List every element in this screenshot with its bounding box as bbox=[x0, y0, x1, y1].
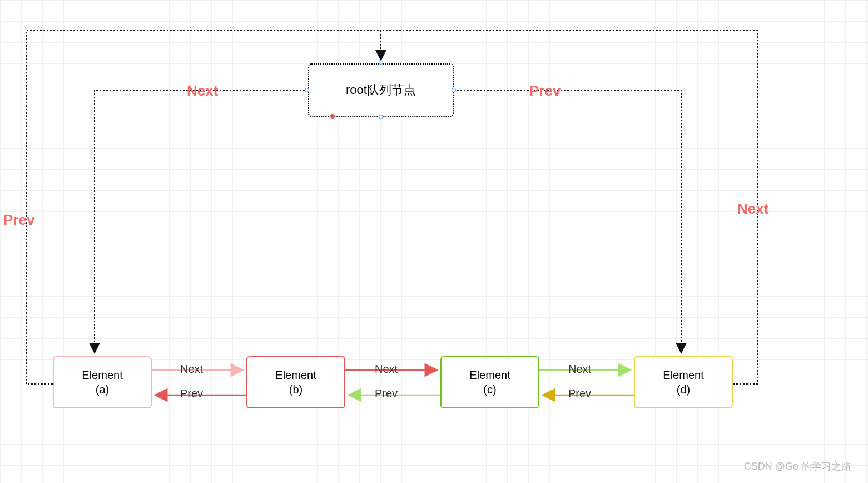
right-next-label: Next bbox=[737, 200, 768, 218]
element-a-title: Element bbox=[82, 368, 122, 382]
root-node[interactable]: root队列节点 bbox=[308, 63, 454, 117]
watermark-text: CSDN @Go 的学习之路 bbox=[744, 460, 851, 473]
element-b-title: Element bbox=[275, 368, 316, 382]
root-prev-label: Prev bbox=[529, 82, 561, 100]
element-c-node[interactable]: Element (c) bbox=[440, 356, 539, 408]
cd-next-label: Next bbox=[568, 363, 591, 376]
element-c-title: Element bbox=[469, 368, 510, 382]
element-d-node[interactable]: Element (d) bbox=[634, 356, 733, 408]
handle-left-icon[interactable] bbox=[305, 88, 309, 92]
root-node-label: root队列节点 bbox=[346, 82, 416, 98]
element-b-sub: (b) bbox=[275, 382, 316, 397]
left-prev-label: Prev bbox=[3, 211, 34, 229]
handle-top-icon[interactable] bbox=[379, 60, 383, 65]
root-next-label: Next bbox=[187, 82, 218, 100]
element-d-title: Element bbox=[663, 368, 703, 382]
element-a-sub: (a) bbox=[82, 382, 122, 397]
bc-prev-label: Prev bbox=[375, 387, 398, 400]
cd-prev-label: Prev bbox=[568, 387, 591, 400]
element-d-sub: (d) bbox=[663, 382, 703, 397]
element-c-sub: (c) bbox=[469, 382, 510, 397]
selection-dot-icon bbox=[330, 114, 335, 119]
handle-bottom-icon[interactable] bbox=[379, 115, 383, 119]
bc-next-label: Next bbox=[375, 363, 398, 376]
handle-right-icon[interactable] bbox=[452, 88, 456, 92]
ab-prev-label: Prev bbox=[180, 387, 203, 400]
element-b-node[interactable]: Element (b) bbox=[246, 356, 345, 408]
diagram-canvas: root队列节点 Element (a) Element (b) Element… bbox=[0, 0, 868, 483]
element-a-node[interactable]: Element (a) bbox=[53, 356, 152, 408]
ab-next-label: Next bbox=[180, 363, 203, 376]
